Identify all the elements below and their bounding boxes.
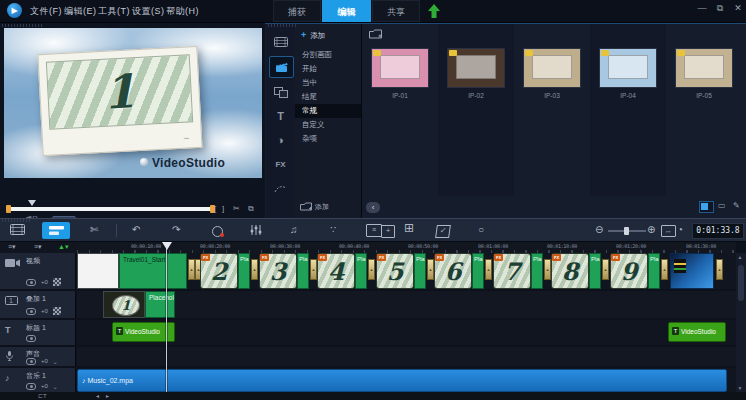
category-misc[interactable]: 杂项 xyxy=(295,132,361,146)
import-to-library-button[interactable]: 添加 xyxy=(300,202,329,212)
tab-edit[interactable]: 编辑 xyxy=(322,0,371,22)
track-gain[interactable]: +0 xyxy=(41,279,48,285)
transition-icon[interactable]: ▲ xyxy=(716,259,723,280)
clip-travel-label[interactable]: Travel01_Start xyxy=(119,253,187,289)
track-gain[interactable]: +0 xyxy=(41,358,48,364)
mask-creator-button[interactable]: ✓ xyxy=(435,225,451,238)
placeholder-strip[interactable]: Pla xyxy=(238,253,250,289)
playhead-marker[interactable] xyxy=(162,242,172,250)
track-header-title[interactable]: T 标题 1 xyxy=(0,320,76,345)
placeholder-strip[interactable]: Pla xyxy=(648,253,660,289)
transition-library-icon[interactable] xyxy=(269,82,292,102)
transition-icon[interactable]: ▲ xyxy=(310,259,317,280)
menu-edit[interactable]: 编辑(E) xyxy=(64,5,97,18)
title-track[interactable]: TVideoStudio TVideoStudio xyxy=(77,320,736,345)
undo-button[interactable]: ↶ xyxy=(132,224,140,236)
subtitle-editor-button[interactable]: ≡ xyxy=(366,224,382,237)
track-header-voice[interactable]: 声音 +0⌄ xyxy=(0,347,76,366)
timeline-zoom-in-button[interactable]: ⊕ xyxy=(647,224,655,236)
overlay-clip[interactable]: 1 xyxy=(103,291,145,318)
category-end[interactable]: 结尾 xyxy=(295,90,361,104)
project-duration-value[interactable]: 0:01:33.8 xyxy=(692,223,744,239)
library-drag-handle[interactable] xyxy=(268,24,296,27)
instant-project-icon[interactable] xyxy=(269,56,294,78)
auto-music-button[interactable]: ♫ xyxy=(290,224,298,236)
video-track[interactable]: Travel01_Start ▲ ▲ FX2 Pla ▲ FX3 Pla ▲ F… xyxy=(77,253,736,289)
menu-settings[interactable]: 设置(S) xyxy=(132,5,165,18)
filter-library-icon[interactable]: FX xyxy=(269,154,292,174)
title-clip-videostudio-end[interactable]: TVideoStudio xyxy=(668,322,726,342)
video-clip-placeholder-6[interactable]: FX6 Pla ▲ xyxy=(434,253,492,289)
track-gain[interactable]: +0 xyxy=(41,308,48,314)
seek-marker[interactable] xyxy=(28,200,36,206)
transition-icon[interactable]: ▲ xyxy=(661,259,668,280)
template-thumb-ip04[interactable] xyxy=(599,48,657,88)
ripple-link-icon[interactable] xyxy=(26,308,36,315)
placeholder-strip[interactable]: Pla xyxy=(414,253,426,289)
category-custom[interactable]: 自定义 xyxy=(295,118,361,132)
enlarge-preview-button[interactable]: ⧉ xyxy=(248,204,254,214)
scroll-left-icon[interactable]: ◂ xyxy=(96,392,99,400)
chevron-down-icon[interactable]: ⌄ xyxy=(53,358,58,365)
graphics-library-icon[interactable]: ◑ xyxy=(269,130,292,150)
track-manager-icon[interactable]: ≡▾ xyxy=(8,243,16,251)
title-library-icon[interactable]: T xyxy=(269,106,292,126)
motion-tracking-button[interactable]: ∵ xyxy=(330,224,337,236)
path-library-icon[interactable] xyxy=(269,178,292,198)
transition-icon[interactable]: ▲ xyxy=(368,259,375,280)
clip-travel-intro[interactable] xyxy=(77,253,119,289)
edit-template-button[interactable]: ✎ xyxy=(733,201,740,210)
utility-knife-button[interactable]: ✄ xyxy=(90,224,98,236)
menu-tools[interactable]: 工具(T) xyxy=(98,5,130,18)
video-clip-placeholder-3[interactable]: FX3 Pla ▲ xyxy=(259,253,317,289)
transition-icon[interactable]: ▲ xyxy=(251,259,258,280)
restore-button[interactable]: ⧉ xyxy=(712,3,728,14)
transition-icon[interactable]: ▲ xyxy=(188,259,195,280)
slider-thumb[interactable] xyxy=(624,227,629,235)
show-library-panel-button[interactable] xyxy=(699,201,714,213)
seek-bar[interactable] xyxy=(8,207,213,211)
transition-icon[interactable]: ▲ xyxy=(602,259,609,280)
category-start[interactable]: 开始 xyxy=(295,62,361,76)
timeline-view-button[interactable] xyxy=(42,222,70,239)
close-button[interactable]: ✕ xyxy=(730,3,746,13)
ending-clip[interactable] xyxy=(670,253,714,289)
tab-capture[interactable]: 捕获 xyxy=(273,0,321,22)
track-gain[interactable]: +0 xyxy=(41,383,48,389)
transition-icon[interactable]: ▲ xyxy=(544,259,551,280)
trim-handle-left[interactable] xyxy=(6,205,11,213)
split-screen-template-button[interactable]: ⊞ xyxy=(404,222,414,234)
filmstrip-view-button[interactable]: ▭ xyxy=(718,201,726,210)
video-clip-placeholder-7[interactable]: FX7 Pla ▲ xyxy=(493,253,551,289)
storyboard-view-button[interactable] xyxy=(10,224,25,235)
ripple-link-icon[interactable] xyxy=(26,383,36,390)
timeline-zoom-out-button[interactable]: ⊖ xyxy=(595,224,603,236)
tab-share[interactable]: 共享 xyxy=(372,0,420,22)
ripple-link-icon[interactable] xyxy=(26,335,36,342)
mark-in-button[interactable]: [ xyxy=(214,204,216,213)
scrollbar-thumb[interactable] xyxy=(738,265,744,301)
swap-track-icon[interactable]: ⊏T xyxy=(38,392,47,400)
transparency-icon[interactable] xyxy=(53,307,61,315)
menu-file[interactable]: 文件(F) xyxy=(30,5,62,18)
transition-icon[interactable]: ▲ xyxy=(427,259,434,280)
placeholder-strip[interactable]: Pla xyxy=(531,253,543,289)
chevron-down-icon[interactable]: ⌄ xyxy=(53,383,58,390)
mark-out-button[interactable]: ] xyxy=(222,204,224,213)
scroll-right-icon[interactable]: ▸ xyxy=(106,392,109,400)
video-clip-placeholder-9[interactable]: FX9 Pla ▲ xyxy=(610,253,668,289)
ripple-link-icon[interactable] xyxy=(26,279,36,286)
add-category-button[interactable]: +添加 xyxy=(301,30,325,41)
video-clip-placeholder-8[interactable]: FX8 Pla ▲ xyxy=(551,253,609,289)
track-header-overlay[interactable]: 1 叠加 1 +0 xyxy=(0,291,76,318)
toolbar-drag-handle[interactable] xyxy=(2,219,30,222)
placeholder-strip[interactable]: Pla xyxy=(472,253,484,289)
video-clip-placeholder-4[interactable]: FX4 Pla ▲ xyxy=(317,253,375,289)
placeholder-strip[interactable]: Pla xyxy=(355,253,367,289)
track-transparency-button[interactable]: + xyxy=(381,225,395,238)
category-middle[interactable]: 当中 xyxy=(295,76,361,90)
minimize-button[interactable]: — xyxy=(694,3,710,13)
ripple-link-icon[interactable] xyxy=(26,358,36,365)
overlay-clip-label[interactable]: Placehold xyxy=(145,291,175,318)
category-general[interactable]: 常规 xyxy=(295,104,361,118)
